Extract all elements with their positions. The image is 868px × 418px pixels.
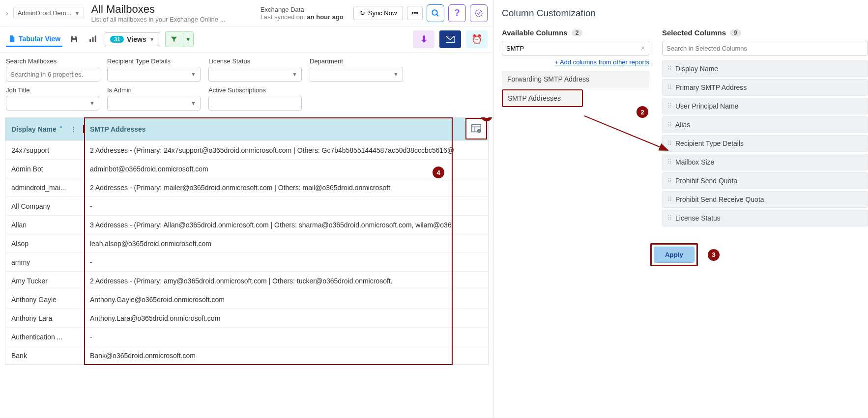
table-container: 1 Display Name ˄ ⋮ SMTP Addresses 24x7su…: [0, 117, 493, 418]
cell-smtp: 2 Addresses - (Primary: amy@o365droid.on…: [84, 277, 488, 285]
column-settings-button[interactable]: [465, 118, 487, 139]
svg-point-0: [432, 10, 437, 15]
column-settings-icon: [471, 123, 482, 134]
cell-smtp: Bank@o365droid.onmicrosoft.com: [84, 352, 488, 360]
alert-button[interactable]: ⏰: [466, 30, 488, 48]
column-menu-icon[interactable]: ⋮: [70, 125, 77, 133]
table-row[interactable]: Amy Tucker2 Addresses - (Primary: amy@o3…: [5, 271, 488, 290]
selected-item[interactable]: ⠿Prohibit Send Quota: [662, 172, 868, 189]
selected-item[interactable]: ⠿Mailbox Size: [662, 154, 868, 170]
selected-item[interactable]: ⠿Primary SMTP Address: [662, 79, 868, 96]
cell-display-name: Amy Tucker: [5, 277, 84, 285]
cell-smtp: -: [84, 202, 488, 210]
approve-button[interactable]: [470, 4, 488, 22]
views-dropdown[interactable]: 31 Views ▼: [105, 32, 160, 46]
selected-item[interactable]: ⠿Alias: [662, 116, 868, 133]
mailbox-table: Display Name ˄ ⋮ SMTP Addresses 24x7supp…: [5, 117, 489, 365]
available-item-smtp[interactable]: SMTP Addresses: [502, 89, 583, 107]
available-count: 2: [572, 29, 583, 36]
grip-icon: ⠿: [667, 159, 671, 166]
svg-rect-4: [73, 36, 75, 38]
save-icon: [70, 35, 79, 44]
page-title: All Mailboxes: [91, 3, 248, 16]
column-header-smtp[interactable]: SMTP Addresses: [84, 125, 488, 133]
column-header-display-name[interactable]: Display Name ˄ ⋮: [5, 125, 84, 133]
selected-item[interactable]: ⠿Recipient Type Details: [662, 135, 868, 152]
email-button[interactable]: [439, 30, 461, 48]
toolbar-right: ⬇ ⏰: [413, 30, 488, 48]
tab-tabular-view[interactable]: Tabular View: [6, 32, 62, 47]
more-button[interactable]: •••: [407, 6, 423, 20]
apply-highlight: Apply: [650, 243, 698, 266]
svg-rect-7: [95, 36, 96, 43]
selected-header: Selected Columns 9: [662, 28, 868, 37]
table-row[interactable]: All Company-: [5, 196, 488, 215]
download-icon: ⬇: [420, 34, 428, 45]
table-row[interactable]: BankBank@o365droid.onmicrosoft.com: [5, 346, 488, 364]
svg-line-1: [436, 14, 438, 16]
grip-icon: ⠿: [667, 196, 671, 203]
sync-now-button[interactable]: ↻ Sync Now: [353, 6, 404, 20]
cell-smtp: 2 Addresses - (Primary: mailer@o365droid…: [84, 184, 488, 192]
cell-smtp: -: [84, 258, 488, 266]
svg-line-14: [584, 116, 668, 150]
table-body: 24x7support2 Addresses - (Primary: 24x7s…: [5, 140, 488, 364]
clear-icon[interactable]: ×: [641, 44, 645, 52]
table-row[interactable]: Anthony LaraAnthony.Lara@o365droid.onmic…: [5, 308, 488, 327]
filter-search: Search Mailboxes: [6, 57, 99, 82]
filter-button[interactable]: [165, 31, 183, 47]
org-selector[interactable]: AdminDroid Dem... ▼: [13, 7, 85, 19]
table-row[interactable]: Anthony GayleAnthony.Gayle@o365droid.onm…: [5, 290, 488, 308]
selected-item[interactable]: ⠿Prohibit Send Receive Quota: [662, 191, 868, 208]
selected-item[interactable]: ⠿License Status: [662, 210, 868, 226]
job-title-dropdown[interactable]: ▼: [6, 96, 99, 111]
table-row[interactable]: Authentication ...-: [5, 327, 488, 346]
annotation-badge-4: 4: [433, 167, 444, 178]
cell-smtp: Anthony.Lara@o365droid.onmicrosoft.com: [84, 314, 488, 322]
grip-icon: ⠿: [667, 103, 671, 110]
chart-icon: [88, 35, 97, 44]
save-view-button[interactable]: [67, 32, 81, 46]
table-row[interactable]: admindroid_mai...2 Addresses - (Primary:…: [5, 178, 488, 196]
table-row[interactable]: 24x7support2 Addresses - (Primary: 24x7s…: [5, 140, 488, 159]
download-button[interactable]: ⬇: [413, 30, 434, 48]
filter-department: Department ▼: [310, 57, 403, 82]
cell-display-name: 24x7support: [5, 146, 84, 154]
table-row[interactable]: Admin Botadminbot@o365droid.onmicrosoft.…: [5, 159, 488, 178]
cell-smtp: 2 Addresses - (Primary: 24x7support@o365…: [84, 146, 488, 154]
license-status-dropdown[interactable]: ▼: [208, 67, 302, 82]
toolbar: Tabular View 31 Views ▼ ▼ ⬇: [0, 27, 493, 53]
active-subscriptions-input[interactable]: [208, 96, 302, 111]
search-button[interactable]: [427, 4, 444, 22]
cell-display-name: ammy: [5, 258, 84, 266]
department-dropdown[interactable]: ▼: [310, 67, 403, 82]
panel-title: Column Customization: [502, 8, 868, 19]
selected-search[interactable]: [662, 41, 868, 56]
header-row: › AdminDroid Dem... ▼ All Mailboxes List…: [0, 0, 493, 27]
chart-view-button[interactable]: [86, 32, 100, 46]
filter-job-title: Job Title ▼: [6, 86, 99, 111]
sync-title: Exchange Data: [260, 6, 344, 13]
views-count-badge: 31: [110, 36, 124, 43]
apply-button[interactable]: Apply: [654, 247, 694, 263]
chevron-down-icon: ▼: [185, 36, 191, 42]
selected-columns: Selected Columns 9 ⠿Display Name⠿Primary…: [662, 28, 868, 228]
expand-icon[interactable]: ›: [6, 9, 8, 17]
table-row[interactable]: ammy-: [5, 252, 488, 271]
search-input[interactable]: [6, 67, 99, 82]
available-search[interactable]: ×: [502, 41, 649, 56]
help-button[interactable]: ?: [448, 4, 466, 22]
available-item[interactable]: Forwarding SMTP Address: [502, 71, 649, 87]
table-row[interactable]: Allan3 Addresses - (Primary: Allan@o365d…: [5, 215, 488, 234]
filter-dropdown[interactable]: ▼: [183, 31, 194, 47]
is-admin-dropdown[interactable]: ▼: [107, 96, 201, 111]
table-row[interactable]: Alsopleah.alsop@o365droid.onmicrosoft.co…: [5, 234, 488, 252]
recipient-type-dropdown[interactable]: ▼: [107, 67, 201, 82]
add-columns-link[interactable]: + Add columns from other reports: [502, 58, 649, 66]
selected-item[interactable]: ⠿Display Name: [662, 60, 868, 77]
cell-smtp: leah.alsop@o365droid.onmicrosoft.com: [84, 240, 488, 248]
selected-item[interactable]: ⠿User Principal Name: [662, 98, 868, 114]
grip-icon: ⠿: [667, 84, 671, 91]
svg-point-12: [478, 130, 481, 133]
filter-toggle: ▼: [165, 31, 194, 47]
